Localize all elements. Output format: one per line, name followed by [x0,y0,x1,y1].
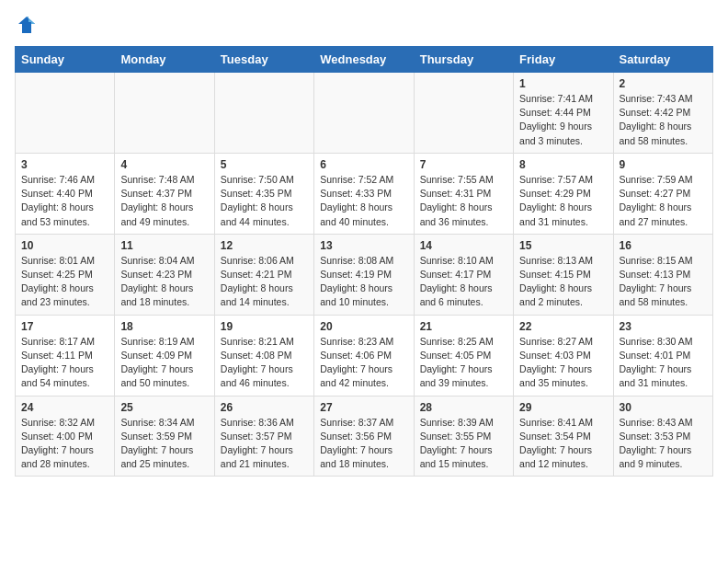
day-info: Sunrise: 7:57 AMSunset: 4:29 PMDaylight:… [519,173,607,229]
day-number: 1 [519,77,607,90]
calendar-cell: 1Sunrise: 7:41 AMSunset: 4:44 PMDaylight… [514,73,613,154]
calendar-cell: 3Sunrise: 7:46 AMSunset: 4:40 PMDaylight… [16,153,115,234]
calendar-cell: 9Sunrise: 7:59 AMSunset: 4:27 PMDaylight… [613,153,712,234]
day-number: 11 [120,239,208,252]
calendar-cell: 15Sunrise: 8:13 AMSunset: 4:15 PMDayligh… [514,234,613,315]
calendar-cell: 8Sunrise: 7:57 AMSunset: 4:29 PMDaylight… [514,153,613,234]
day-info: Sunrise: 8:25 AMSunset: 4:05 PMDaylight:… [420,335,507,391]
day-info: Sunrise: 7:50 AMSunset: 4:35 PMDaylight:… [221,173,308,229]
logo [15,15,37,35]
calendar-cell: 20Sunrise: 8:23 AMSunset: 4:06 PMDayligh… [314,315,414,396]
calendar-cell: 18Sunrise: 8:19 AMSunset: 4:09 PMDayligh… [115,315,214,396]
calendar-cell: 23Sunrise: 8:30 AMSunset: 4:01 PMDayligh… [613,315,712,396]
calendar-cell: 19Sunrise: 8:21 AMSunset: 4:08 PMDayligh… [214,315,313,396]
calendar-cell [314,73,414,154]
day-number: 23 [620,320,707,333]
day-number: 3 [21,158,108,171]
day-number: 6 [320,158,407,171]
logo-icon [17,15,37,35]
day-number: 30 [620,401,707,414]
day-number: 12 [221,239,308,252]
calendar-cell: 21Sunrise: 8:25 AMSunset: 4:05 PMDayligh… [414,315,513,396]
day-number: 8 [519,158,607,171]
day-info: Sunrise: 8:23 AMSunset: 4:06 PMDaylight:… [320,335,407,391]
day-number: 13 [320,239,407,252]
day-info: Sunrise: 8:41 AMSunset: 3:54 PMDaylight:… [519,416,607,472]
calendar-cell: 27Sunrise: 8:37 AMSunset: 3:56 PMDayligh… [314,396,414,477]
day-number: 5 [221,158,308,171]
calendar-cell: 22Sunrise: 8:27 AMSunset: 4:03 PMDayligh… [514,315,613,396]
day-info: Sunrise: 7:52 AMSunset: 4:33 PMDaylight:… [320,173,407,229]
day-number: 21 [420,320,507,333]
day-number: 7 [420,158,507,171]
calendar-week-row: 17Sunrise: 8:17 AMSunset: 4:11 PMDayligh… [16,315,713,396]
day-info: Sunrise: 8:21 AMSunset: 4:08 PMDaylight:… [221,335,308,391]
day-number: 29 [519,401,607,414]
day-info: Sunrise: 8:37 AMSunset: 3:56 PMDaylight:… [320,416,407,472]
svg-marker-0 [18,17,35,33]
day-info: Sunrise: 8:10 AMSunset: 4:17 PMDaylight:… [420,254,507,310]
day-info: Sunrise: 8:39 AMSunset: 3:55 PMDaylight:… [420,416,507,472]
day-number: 15 [519,239,607,252]
calendar-cell: 25Sunrise: 8:34 AMSunset: 3:59 PMDayligh… [115,396,214,477]
calendar-table: SundayMondayTuesdayWednesdayThursdayFrid… [15,46,713,477]
day-number: 28 [420,401,507,414]
day-number: 10 [21,239,108,252]
calendar-cell [115,73,214,154]
calendar-header-friday: Friday [514,47,613,73]
day-info: Sunrise: 8:08 AMSunset: 4:19 PMDaylight:… [320,254,407,310]
calendar-week-row: 1Sunrise: 7:41 AMSunset: 4:44 PMDaylight… [16,73,713,154]
calendar-week-row: 24Sunrise: 8:32 AMSunset: 4:00 PMDayligh… [16,396,713,477]
calendar-header-wednesday: Wednesday [314,47,414,73]
calendar-header-tuesday: Tuesday [214,47,313,73]
day-number: 22 [519,320,607,333]
calendar-cell: 5Sunrise: 7:50 AMSunset: 4:35 PMDaylight… [214,153,313,234]
calendar-cell [414,73,513,154]
calendar-cell: 11Sunrise: 8:04 AMSunset: 4:23 PMDayligh… [115,234,214,315]
day-info: Sunrise: 8:30 AMSunset: 4:01 PMDaylight:… [620,335,707,391]
day-number: 4 [120,158,208,171]
day-info: Sunrise: 8:01 AMSunset: 4:25 PMDaylight:… [21,254,108,310]
calendar-cell [214,73,313,154]
calendar-cell: 17Sunrise: 8:17 AMSunset: 4:11 PMDayligh… [16,315,115,396]
calendar-cell: 6Sunrise: 7:52 AMSunset: 4:33 PMDaylight… [314,153,414,234]
calendar-header-sunday: Sunday [16,47,115,73]
day-info: Sunrise: 7:48 AMSunset: 4:37 PMDaylight:… [120,173,208,229]
day-number: 20 [320,320,407,333]
calendar-header-row: SundayMondayTuesdayWednesdayThursdayFrid… [16,47,713,73]
calendar-header-monday: Monday [115,47,214,73]
calendar-cell: 2Sunrise: 7:43 AMSunset: 4:42 PMDaylight… [613,73,712,154]
calendar-cell: 24Sunrise: 8:32 AMSunset: 4:00 PMDayligh… [16,396,115,477]
day-info: Sunrise: 8:06 AMSunset: 4:21 PMDaylight:… [221,254,308,310]
day-info: Sunrise: 8:43 AMSunset: 3:53 PMDaylight:… [620,416,707,472]
day-number: 26 [221,401,308,414]
day-info: Sunrise: 8:34 AMSunset: 3:59 PMDaylight:… [120,416,208,472]
day-number: 27 [320,401,407,414]
calendar-cell: 29Sunrise: 8:41 AMSunset: 3:54 PMDayligh… [514,396,613,477]
calendar-header-saturday: Saturday [613,47,712,73]
calendar-cell: 4Sunrise: 7:48 AMSunset: 4:37 PMDaylight… [115,153,214,234]
day-number: 25 [120,401,208,414]
day-number: 17 [21,320,108,333]
calendar-cell [16,73,115,154]
day-info: Sunrise: 7:55 AMSunset: 4:31 PMDaylight:… [420,173,507,229]
day-number: 24 [21,401,108,414]
day-info: Sunrise: 8:15 AMSunset: 4:13 PMDaylight:… [620,254,707,310]
day-info: Sunrise: 7:46 AMSunset: 4:40 PMDaylight:… [21,173,108,229]
calendar-week-row: 3Sunrise: 7:46 AMSunset: 4:40 PMDaylight… [16,153,713,234]
day-info: Sunrise: 7:41 AMSunset: 4:44 PMDaylight:… [519,92,607,148]
day-info: Sunrise: 8:32 AMSunset: 4:00 PMDaylight:… [21,416,108,472]
calendar-header-thursday: Thursday [414,47,513,73]
day-info: Sunrise: 8:13 AMSunset: 4:15 PMDaylight:… [519,254,607,310]
day-info: Sunrise: 7:43 AMSunset: 4:42 PMDaylight:… [620,92,707,148]
day-info: Sunrise: 8:36 AMSunset: 3:57 PMDaylight:… [221,416,308,472]
day-number: 14 [420,239,507,252]
day-number: 9 [620,158,707,171]
day-number: 16 [620,239,707,252]
calendar-cell: 30Sunrise: 8:43 AMSunset: 3:53 PMDayligh… [613,396,712,477]
calendar-cell: 12Sunrise: 8:06 AMSunset: 4:21 PMDayligh… [214,234,313,315]
calendar-cell: 13Sunrise: 8:08 AMSunset: 4:19 PMDayligh… [314,234,414,315]
day-info: Sunrise: 7:59 AMSunset: 4:27 PMDaylight:… [620,173,707,229]
day-info: Sunrise: 8:04 AMSunset: 4:23 PMDaylight:… [120,254,208,310]
day-number: 18 [120,320,208,333]
